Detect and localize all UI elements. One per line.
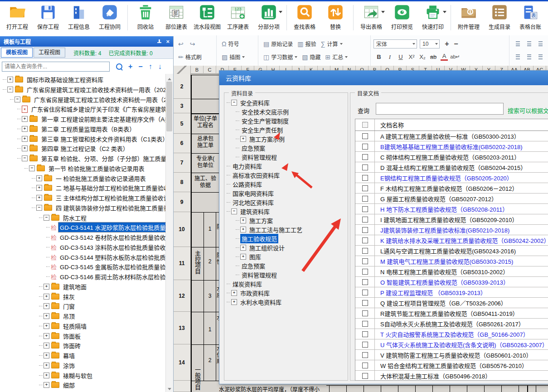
expand-icon[interactable]: + (231, 299, 237, 305)
tree-item[interactable]: 检GD-C3-5141 水泥砂浆防水层检验批质量 (46, 223, 166, 232)
doc-link[interactable]: T 火灾自动报警系统施工及验收规范（GB_50166-2007） (375, 330, 548, 339)
expand-icon[interactable]: + (240, 218, 246, 223)
expand-icon[interactable]: + (7, 77, 13, 82)
expand-icon[interactable]: + (22, 126, 28, 132)
doc-checkbox[interactable] (362, 248, 368, 254)
catalog-tree-item[interactable]: 高标准农田资料库 (227, 170, 281, 179)
doc-row[interactable]: 大体积混凝土施工标准（GB50496-2018） (355, 371, 548, 381)
tree-item[interactable]: 检GD-C3-5142 卷材防水层检验批质量验收 (46, 232, 166, 242)
doc-checkbox[interactable] (362, 165, 368, 170)
undo-button[interactable]: ↩ (176, 40, 188, 48)
attachment-manager-button[interactable]: 附件管理 (453, 4, 484, 30)
doc-row[interactable]: O 智能建筑工程质量验收规范（GB50339-2013） (355, 277, 548, 287)
expand-icon[interactable]: + (44, 343, 49, 348)
doc-checkbox[interactable] (362, 363, 368, 368)
doc-checkbox[interactable] (362, 269, 368, 275)
remove-icon[interactable]: − (138, 63, 142, 70)
catalog-tree-item[interactable]: 应急预案 (236, 143, 267, 152)
doc-checkbox[interactable] (362, 279, 368, 285)
scroll-down-button[interactable] (166, 385, 173, 392)
tree-item[interactable]: −广东省房屋建筑工程竣工验收技术资料统一用表（2024版 (10, 95, 166, 104)
symbol-button[interactable]: Ω符号 (219, 39, 241, 48)
doc-checkbox[interactable] (362, 217, 368, 223)
expand-icon[interactable]: + (36, 195, 42, 201)
original-record-button[interactable]: ▤原始记录 (261, 39, 295, 48)
halign-left-button[interactable] (516, 54, 520, 59)
collapse-icon[interactable]: − (36, 205, 42, 211)
doc-link[interactable]: J建筑装饰装修工程质量验收标准(GB50210-2018) (375, 226, 548, 234)
search-icon[interactable] (116, 63, 122, 70)
project-info-button[interactable]: 工程信息 (63, 4, 94, 30)
export-table-button[interactable]: 导出表格 (356, 4, 387, 30)
dropdown-caret-icon[interactable] (381, 11, 385, 15)
tree-item[interactable]: −四 建筑装饰装修分部工程检验批施工质量验收 (32, 203, 166, 213)
tree-item[interactable]: −第一节 检验批施工质量验收记录用表 (24, 164, 166, 173)
insert-illustration-button[interactable]: ▨插图 (219, 52, 247, 62)
tree-item[interactable]: +门窗 (39, 301, 166, 311)
tree-item[interactable]: +第四章 施工过程记录（C2 类表） (17, 144, 166, 153)
catalog-tree-item[interactable]: +水利水电资料库 (227, 297, 283, 306)
expand-icon[interactable]: + (44, 363, 49, 368)
doc-row[interactable]: E钢结构工程施工质量验收规范（GB50205-2020） (355, 173, 548, 183)
add-icon[interactable]: + (128, 63, 132, 70)
doc-checkbox[interactable] (362, 144, 368, 150)
doc-link[interactable]: K 建筑给水排水及采暖工程施工质量验收规范（GB50242-2002） (375, 236, 548, 245)
doc-checkbox[interactable] (362, 185, 368, 191)
catalog-tree-item[interactable]: 河北地区资料库 (227, 198, 275, 207)
collapse-icon[interactable]: − (29, 165, 35, 171)
expand-icon[interactable]: + (44, 382, 49, 388)
print-preview-button[interactable]: 打印预览 (387, 4, 417, 30)
expand-icon[interactable]: + (44, 373, 49, 378)
doc-row[interactable]: M 建筑电气工程施工质量验收规范(GB50303-2015) (355, 256, 548, 266)
recycle-bin-button[interactable]: 回收站 (130, 4, 161, 30)
doc-row[interactable]: V 建筑物防雷工程施工与质量验收规范（GB50601-2010） (355, 350, 548, 360)
doc-row[interactable]: A 建筑工程施工质量验收统一标准（GB50300-2013） (355, 131, 548, 141)
doc-row[interactable]: T 火灾自动报警系统施工及验收规范（GB_50166-2007） (355, 329, 548, 339)
tree-item[interactable]: +一 检验批施工质量验收记录通用表 (32, 174, 166, 183)
doc-row[interactable]: K 建筑给水排水及采暖工程施工质量验收规范（GB50242-2002） (355, 235, 548, 246)
catalog-tree-item[interactable]: 国家电网资料库 (227, 189, 275, 198)
decrease-font-button[interactable]: − (451, 40, 461, 48)
expand-icon[interactable]: + (44, 353, 49, 358)
doc-link[interactable]: M 建筑电气工程施工质量验收规范(GB50303-2015) (375, 257, 548, 266)
collapse-icon[interactable]: − (7, 87, 13, 92)
tree-item[interactable]: +第二章 工程质量监理用表（B类表） (17, 124, 166, 134)
calculate-button[interactable]: ∑计算 (319, 39, 345, 48)
doc-checkbox[interactable] (362, 154, 368, 160)
sub-item-button[interactable]: 分部分项 (253, 4, 284, 30)
catalog-tree-item[interactable]: 公路资料库 (227, 179, 263, 189)
expand-icon[interactable]: + (36, 185, 42, 191)
tree-item[interactable]: −防水工程 (39, 213, 166, 223)
doc-link[interactable]: E钢结构工程施工质量验收规范（GB50205-2020） (375, 174, 548, 182)
wrap-text-button[interactable]: ab↵ (450, 54, 461, 60)
doc-row[interactable]: W 铝合金结构工程施工质量验收规范（GB50576-2010） (355, 360, 548, 371)
project-collaboration-button[interactable]: 工程协同 (94, 4, 125, 30)
table-ledger-button[interactable]: 表表格台账 (515, 4, 546, 30)
hide-button[interactable]: ▧隐藏 (300, 52, 323, 62)
catalog-tree-item[interactable]: 资料管理规程 (236, 152, 278, 161)
tree-item[interactable]: x广东省住房和城乡建设厅关于印发《广东省房屋建筑工 (17, 104, 166, 114)
expand-icon[interactable]: + (44, 294, 49, 300)
tree-item[interactable]: 检GD-C3-5145 金属板防水层检验批质量验 (46, 262, 166, 271)
tree-item[interactable]: +抹灰 (39, 292, 166, 301)
tree-item[interactable]: +建筑地面 (39, 282, 166, 291)
doc-link[interactable]: P 建设工程监理规范 （GB50319-2013） (375, 288, 548, 297)
catalog-tree-item[interactable]: +施工组织设计 (236, 243, 286, 252)
catalog-tree-item[interactable]: +施工工法与施工工艺 (236, 225, 304, 234)
font-color-button[interactable]: A (441, 53, 448, 61)
doc-row[interactable]: Q 建设工程项目管理规范（GB／T50326-2006） (355, 298, 548, 308)
tab-template-view[interactable]: 模板视图 (1, 48, 33, 58)
catalog-tree-item[interactable]: 煤炭资料库 (227, 279, 263, 288)
doc-row[interactable]: J建筑装饰装修工程质量验收标准(GB50210-2018) (355, 225, 548, 235)
doc-checkbox[interactable] (362, 342, 368, 348)
collapse-icon[interactable]: − (15, 97, 20, 102)
doc-checkbox[interactable] (362, 258, 368, 264)
doc-checkbox[interactable] (362, 196, 368, 202)
expand-icon[interactable]: + (240, 254, 246, 260)
tree-item[interactable]: +轻质隔墙 (39, 321, 166, 331)
expand-icon[interactable]: + (44, 323, 49, 329)
doc-row[interactable]: U 气体灭火系统施工及验收规范(含条文说明)（GB50263-2007） (355, 339, 548, 350)
open-project-button[interactable]: 打开工程 (2, 4, 33, 30)
summarize-button[interactable]: ⊞汇总 (323, 52, 350, 62)
halign-right-button[interactable] (538, 54, 543, 59)
